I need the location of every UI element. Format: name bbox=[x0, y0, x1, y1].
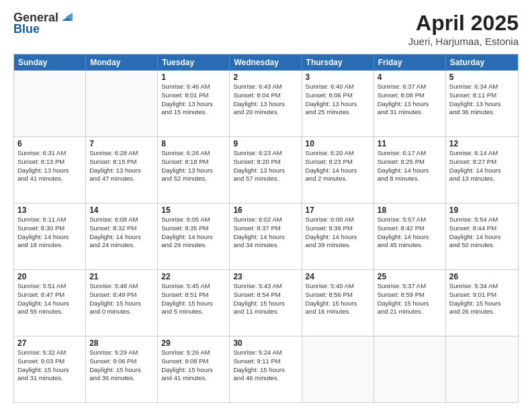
day-info: Sunrise: 5:24 AMSunset: 9:11 PMDaylight:… bbox=[233, 349, 298, 383]
daylight-text-cont: and 20 minutes. bbox=[233, 108, 298, 117]
daylight-text: Daylight: 15 hours bbox=[378, 300, 442, 308]
sunset-text: Sunset: 8:08 PM bbox=[378, 91, 442, 100]
daylight-text: Daylight: 14 hours bbox=[161, 233, 226, 242]
sunset-text: Sunset: 8:54 PM bbox=[233, 291, 298, 300]
day-number: 16 bbox=[233, 205, 298, 215]
calendar-cell: 9Sunrise: 6:23 AMSunset: 8:20 PMDaylight… bbox=[230, 137, 302, 203]
calendar-cell bbox=[446, 336, 518, 402]
daylight-text: Daylight: 13 hours bbox=[233, 100, 298, 109]
sunset-text: Sunset: 8:39 PM bbox=[306, 224, 370, 233]
sunrise-text: Sunrise: 6:37 AM bbox=[378, 83, 442, 91]
calendar-cell: 15Sunrise: 6:05 AMSunset: 8:35 PMDayligh… bbox=[158, 203, 230, 269]
day-info: Sunrise: 6:20 AMSunset: 8:23 PMDaylight:… bbox=[306, 149, 370, 183]
sunrise-text: Sunrise: 5:40 AM bbox=[306, 282, 370, 291]
calendar-cell: 18Sunrise: 5:57 AMSunset: 8:42 PMDayligh… bbox=[374, 203, 446, 269]
day-info: Sunrise: 6:02 AMSunset: 8:37 PMDaylight:… bbox=[233, 216, 298, 250]
calendar-cell: 7Sunrise: 6:28 AMSunset: 8:15 PMDaylight… bbox=[86, 137, 158, 203]
sunrise-text: Sunrise: 6:28 AM bbox=[89, 149, 154, 158]
daylight-text: Daylight: 13 hours bbox=[233, 167, 298, 175]
calendar-cell: 12Sunrise: 6:14 AMSunset: 8:27 PMDayligh… bbox=[446, 137, 518, 203]
sunset-text: Sunset: 8:13 PM bbox=[17, 158, 82, 167]
calendar-cell: 1Sunrise: 6:46 AMSunset: 8:01 PMDaylight… bbox=[158, 71, 230, 136]
day-info: Sunrise: 6:14 AMSunset: 8:27 PMDaylight:… bbox=[449, 149, 515, 183]
daylight-text: Daylight: 14 hours bbox=[17, 300, 82, 308]
sunset-text: Sunset: 8:04 PM bbox=[233, 91, 298, 100]
day-info: Sunrise: 5:32 AMSunset: 9:03 PMDaylight:… bbox=[17, 349, 82, 383]
calendar-cell: 5Sunrise: 6:34 AMSunset: 8:11 PMDaylight… bbox=[446, 71, 518, 136]
daylight-text-cont: and 15 minutes. bbox=[161, 108, 226, 117]
daylight-text: Daylight: 14 hours bbox=[233, 233, 298, 242]
day-number: 18 bbox=[378, 205, 442, 215]
daylight-text-cont: and 50 minutes. bbox=[449, 241, 515, 250]
calendar-cell: 29Sunrise: 5:26 AMSunset: 9:08 PMDayligh… bbox=[158, 336, 230, 402]
day-info: Sunrise: 6:34 AMSunset: 8:11 PMDaylight:… bbox=[449, 83, 515, 117]
calendar-cell: 10Sunrise: 6:20 AMSunset: 8:23 PMDayligh… bbox=[302, 137, 374, 203]
sunset-text: Sunset: 8:30 PM bbox=[17, 224, 82, 233]
day-number: 30 bbox=[233, 338, 298, 348]
calendar-cell: 8Sunrise: 6:26 AMSunset: 8:18 PMDaylight… bbox=[158, 137, 230, 203]
day-info: Sunrise: 5:51 AMSunset: 8:47 PMDaylight:… bbox=[17, 282, 82, 316]
weekday-header: Friday bbox=[374, 54, 446, 71]
sunrise-text: Sunrise: 6:08 AM bbox=[89, 216, 154, 224]
weekday-header: Thursday bbox=[302, 54, 374, 71]
sunset-text: Sunset: 9:08 PM bbox=[161, 357, 226, 366]
sunset-text: Sunset: 8:20 PM bbox=[233, 158, 298, 167]
day-number: 3 bbox=[306, 73, 370, 82]
sunrise-text: Sunrise: 5:29 AM bbox=[89, 349, 154, 357]
sunrise-text: Sunrise: 6:20 AM bbox=[306, 149, 370, 158]
daylight-text-cont: and 36 minutes. bbox=[89, 374, 154, 383]
day-info: Sunrise: 5:57 AMSunset: 8:42 PMDaylight:… bbox=[378, 216, 442, 250]
sunset-text: Sunset: 8:42 PM bbox=[378, 224, 442, 233]
sunset-text: Sunset: 8:23 PM bbox=[306, 158, 370, 167]
day-number: 26 bbox=[449, 272, 515, 281]
day-number: 21 bbox=[89, 272, 154, 281]
header: General Blue April 2025 Jueri, Harjumaa,… bbox=[13, 11, 519, 47]
calendar-header: SundayMondayTuesdayWednesdayThursdayFrid… bbox=[14, 54, 518, 71]
day-info: Sunrise: 6:17 AMSunset: 8:25 PMDaylight:… bbox=[378, 149, 442, 183]
daylight-text-cont: and 55 minutes. bbox=[17, 308, 82, 316]
daylight-text: Daylight: 13 hours bbox=[17, 167, 82, 175]
daylight-text-cont: and 26 minutes. bbox=[449, 308, 515, 316]
day-info: Sunrise: 5:29 AMSunset: 9:06 PMDaylight:… bbox=[89, 349, 154, 383]
sunset-text: Sunset: 8:01 PM bbox=[161, 91, 226, 100]
daylight-text: Daylight: 15 hours bbox=[233, 300, 298, 308]
daylight-text: Daylight: 14 hours bbox=[378, 167, 442, 175]
sunset-text: Sunset: 8:25 PM bbox=[378, 158, 442, 167]
daylight-text-cont: and 18 minutes. bbox=[17, 241, 82, 250]
calendar-cell bbox=[14, 71, 86, 136]
daylight-text: Daylight: 14 hours bbox=[306, 233, 370, 242]
calendar-cell: 13Sunrise: 6:11 AMSunset: 8:30 PMDayligh… bbox=[14, 203, 86, 269]
calendar-row: 13Sunrise: 6:11 AMSunset: 8:30 PMDayligh… bbox=[14, 203, 518, 269]
day-info: Sunrise: 6:40 AMSunset: 8:06 PMDaylight:… bbox=[306, 83, 370, 117]
daylight-text-cont: and 24 minutes. bbox=[89, 241, 154, 250]
day-number: 6 bbox=[17, 139, 82, 148]
day-info: Sunrise: 6:43 AMSunset: 8:04 PMDaylight:… bbox=[233, 83, 298, 117]
sunset-text: Sunset: 8:35 PM bbox=[161, 224, 226, 233]
sunrise-text: Sunrise: 5:37 AM bbox=[378, 282, 442, 291]
sunrise-text: Sunrise: 6:43 AM bbox=[233, 83, 298, 91]
month-title: April 2025 bbox=[408, 11, 519, 36]
day-info: Sunrise: 6:28 AMSunset: 8:15 PMDaylight:… bbox=[89, 149, 154, 183]
sunrise-text: Sunrise: 6:46 AM bbox=[161, 83, 226, 91]
sunrise-text: Sunrise: 6:00 AM bbox=[306, 216, 370, 224]
calendar-cell: 14Sunrise: 6:08 AMSunset: 8:32 PMDayligh… bbox=[86, 203, 158, 269]
sunset-text: Sunset: 8:32 PM bbox=[89, 224, 154, 233]
day-info: Sunrise: 6:23 AMSunset: 8:20 PMDaylight:… bbox=[233, 149, 298, 183]
logo: General Blue bbox=[13, 11, 73, 36]
day-info: Sunrise: 5:37 AMSunset: 8:59 PMDaylight:… bbox=[378, 282, 442, 316]
daylight-text-cont: and 21 minutes. bbox=[378, 308, 442, 316]
day-number: 20 bbox=[17, 272, 82, 281]
daylight-text-cont: and 25 minutes. bbox=[306, 108, 370, 117]
sunrise-text: Sunrise: 6:14 AM bbox=[449, 149, 515, 158]
sunrise-text: Sunrise: 5:54 AM bbox=[449, 216, 515, 224]
sunrise-text: Sunrise: 5:45 AM bbox=[161, 282, 226, 291]
location: Jueri, Harjumaa, Estonia bbox=[408, 36, 519, 47]
day-info: Sunrise: 6:26 AMSunset: 8:18 PMDaylight:… bbox=[161, 149, 226, 183]
daylight-text-cont: and 41 minutes. bbox=[17, 175, 82, 183]
calendar-cell: 2Sunrise: 6:43 AMSunset: 8:04 PMDaylight… bbox=[230, 71, 302, 136]
day-info: Sunrise: 6:31 AMSunset: 8:13 PMDaylight:… bbox=[17, 149, 82, 183]
day-number: 5 bbox=[449, 73, 515, 82]
calendar-cell: 24Sunrise: 5:40 AMSunset: 8:56 PMDayligh… bbox=[302, 270, 374, 336]
day-number: 27 bbox=[17, 338, 82, 348]
day-info: Sunrise: 5:40 AMSunset: 8:56 PMDaylight:… bbox=[306, 282, 370, 316]
